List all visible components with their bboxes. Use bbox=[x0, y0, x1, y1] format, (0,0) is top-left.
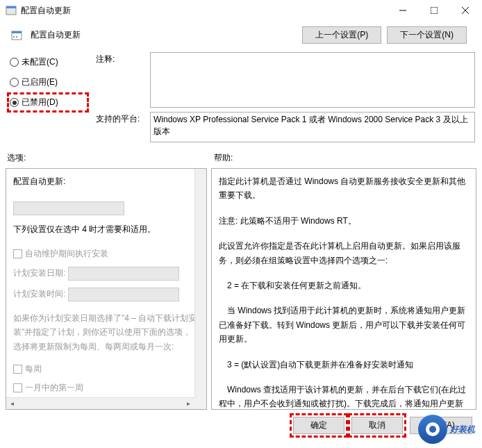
subtitle-row: 配置自动更新 上一个设置(P) 下一个设置(N) bbox=[0, 21, 482, 49]
svg-rect-7 bbox=[12, 31, 22, 33]
install-date-dropdown[interactable] bbox=[68, 267, 179, 281]
options-panel: 配置自动更新: 下列设置仅在选中 4 时才需要和适用。 自动维护期间执行安装 计… bbox=[6, 168, 207, 410]
first-week-checkbox-row[interactable]: 一月中的第一周 bbox=[13, 382, 199, 394]
horizontal-scrollbar[interactable]: ◄ ► bbox=[6, 397, 194, 409]
checkbox-label: 自动维护期间执行安装 bbox=[25, 248, 108, 260]
radio-icon bbox=[10, 58, 19, 67]
maintenance-checkbox-row[interactable]: 自动维护期间执行安装 bbox=[13, 248, 199, 260]
help-text: 3 = (默认设置)自动下载更新并在准备好安装时通知 bbox=[219, 358, 469, 372]
help-text: 注意: 此策略不适用于 Windows RT。 bbox=[219, 214, 469, 228]
help-text: 当 Windows 找到适用于此计算机的更新时，系统将通知用户更新已准备好下载。… bbox=[219, 304, 469, 346]
svg-point-8 bbox=[13, 36, 15, 38]
radio-enabled[interactable]: 已启用(E) bbox=[7, 72, 89, 92]
close-button[interactable] bbox=[449, 0, 481, 21]
config-dropdown[interactable] bbox=[13, 201, 124, 215]
cancel-button[interactable]: 取消 bbox=[351, 417, 403, 434]
help-text: Windows 查找适用于该计算机的更新，并在后台下载它们(在此过程中，用户不会… bbox=[219, 383, 469, 410]
titlebar: 配置自动更新 bbox=[0, 0, 482, 21]
checkbox-label: 每周 bbox=[25, 363, 42, 375]
install-time-label: 计划安装时间: bbox=[13, 288, 65, 300]
app-icon bbox=[6, 5, 17, 16]
help-panel: 指定此计算机是否通过 Windows 自动更新服务接收安全更新和其他重要下载。 … bbox=[211, 168, 476, 410]
install-time-dropdown[interactable] bbox=[68, 288, 179, 301]
options-section-label: 选项: bbox=[7, 152, 214, 164]
svg-point-9 bbox=[16, 36, 17, 38]
comment-textarea[interactable] bbox=[150, 52, 475, 108]
platform-label: 支持的平台: bbox=[96, 112, 144, 125]
options-paragraph: 如果你为计划安装日期选择了"4 – 自动下载计划安装"并指定了计划，则你还可以使… bbox=[13, 311, 199, 354]
checkbox-label: 一月中的第一周 bbox=[25, 382, 83, 394]
comment-label: 注释: bbox=[96, 52, 144, 65]
help-text: 2 = 在下载和安装任何更新之前通知。 bbox=[219, 279, 469, 292]
options-note: 下列设置仅在选中 4 时才需要和适用。 bbox=[13, 224, 199, 235]
minimize-button[interactable] bbox=[387, 0, 418, 21]
subtitle-text: 配置自动更新 bbox=[31, 29, 81, 41]
scroll-left-icon: ◄ bbox=[6, 398, 18, 410]
help-text: 此设置允许你指定是否在此计算机上启用自动更新。如果启用该服务，则必须在组策略设置… bbox=[219, 239, 469, 267]
apply-button[interactable]: 应用(A) bbox=[410, 417, 472, 434]
checkbox-icon bbox=[13, 365, 22, 374]
every-week-checkbox-row[interactable]: 每周 bbox=[13, 363, 199, 375]
radio-icon bbox=[10, 78, 19, 87]
platform-text: Windows XP Professional Service Pack 1 或… bbox=[150, 112, 475, 142]
maximize-button[interactable] bbox=[418, 0, 449, 21]
radio-label: 未配置(C) bbox=[22, 56, 58, 68]
options-title: 配置自动更新: bbox=[13, 176, 199, 188]
prev-setting-button[interactable]: 上一个设置(P) bbox=[302, 26, 381, 44]
radio-disabled[interactable]: 已禁用(D) bbox=[7, 92, 89, 113]
vertical-scrollbar[interactable] bbox=[194, 169, 206, 397]
radio-group: 未配置(C) 已启用(E) 已禁用(D) bbox=[7, 52, 89, 147]
checkbox-icon bbox=[13, 383, 22, 392]
svg-rect-3 bbox=[431, 7, 438, 14]
help-section-label: 帮助: bbox=[214, 152, 233, 164]
svg-rect-1 bbox=[6, 6, 16, 8]
scroll-corner bbox=[194, 397, 206, 409]
radio-not-configured[interactable]: 未配置(C) bbox=[7, 52, 89, 72]
install-date-label: 计划安装日期: bbox=[13, 267, 65, 279]
radio-icon bbox=[10, 98, 19, 107]
policy-icon bbox=[11, 30, 22, 41]
help-text: 指定此计算机是否通过 Windows 自动更新服务接收安全更新和其他重要下载。 bbox=[219, 174, 469, 203]
radio-label: 已启用(E) bbox=[22, 76, 58, 88]
radio-label: 已禁用(D) bbox=[22, 97, 58, 108]
next-setting-button[interactable]: 下一个设置(N) bbox=[387, 26, 467, 44]
checkbox-icon bbox=[13, 249, 22, 258]
scroll-right-icon: ► bbox=[183, 398, 194, 410]
window-title: 配置自动更新 bbox=[21, 5, 387, 17]
ok-button[interactable]: 确定 bbox=[293, 417, 344, 434]
